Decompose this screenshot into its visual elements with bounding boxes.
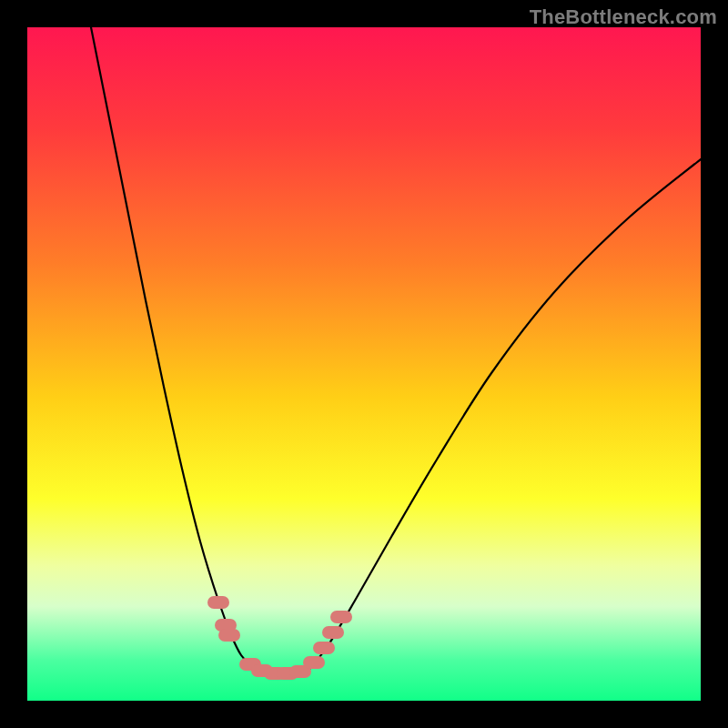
marker-dot <box>218 629 240 642</box>
marker-dot <box>330 611 352 623</box>
watermark-text: TheBottleneck.com <box>530 5 717 29</box>
chart-frame: TheBottleneck.com <box>0 0 728 728</box>
marker-dot <box>303 656 325 669</box>
gradient-background <box>27 27 701 701</box>
plot-area <box>27 27 701 701</box>
marker-dot <box>322 626 344 639</box>
bottleneck-curve-chart <box>27 27 701 701</box>
marker-dot <box>207 596 229 609</box>
marker-dot <box>313 642 335 654</box>
